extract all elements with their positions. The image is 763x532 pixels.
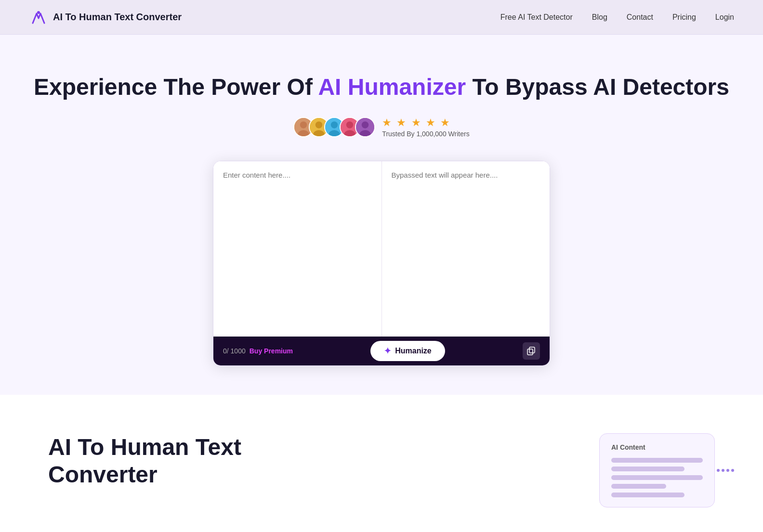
content-line-2 — [611, 467, 684, 471]
buy-premium-link[interactable]: Buy Premium — [250, 347, 293, 355]
bottom-visual: AI Content — [396, 433, 715, 507]
input-panel — [213, 161, 382, 337]
avatar-5 — [355, 117, 375, 137]
nav-pricing[interactable]: Pricing — [672, 13, 696, 22]
nav-blog[interactable]: Blog — [592, 13, 607, 22]
tool-footer: 0/ 1000 Buy Premium ✦ Humanize — [213, 337, 550, 365]
nav-login[interactable]: Login — [715, 13, 734, 22]
ai-content-label: AI Content — [611, 443, 703, 451]
dot-4 — [731, 469, 734, 472]
logo-icon — [29, 8, 48, 27]
content-line-3 — [611, 475, 703, 480]
copy-button[interactable] — [523, 342, 540, 360]
word-count: 0/ 1000 — [223, 347, 246, 355]
trusted-text: Trusted By 1,000,000 Writers — [382, 130, 469, 138]
svg-point-6 — [316, 121, 322, 128]
content-lines — [611, 458, 703, 497]
stars: ★ ★ ★ ★ ★ — [382, 117, 469, 129]
avatar-group — [293, 117, 375, 137]
humanize-button[interactable]: ✦ Humanize — [370, 341, 445, 361]
bottom-section: AI To Human Text Converter AI Content — [0, 395, 763, 527]
bottom-text: AI To Human Text Converter — [48, 433, 367, 489]
copy-icon — [527, 347, 536, 355]
nav-contact[interactable]: Contact — [627, 13, 653, 22]
hero-title-before: Experience The Power Of — [34, 74, 318, 100]
content-line-5 — [611, 493, 684, 497]
input-textarea[interactable] — [213, 161, 382, 335]
bottom-title-line1: AI To Human Text — [48, 434, 241, 460]
brand-title: AI To Human Text Converter — [53, 12, 182, 23]
dot-line — [717, 469, 734, 472]
svg-rect-18 — [529, 347, 535, 353]
hero-title: Experience The Power Of AI Humanizer To … — [19, 73, 744, 101]
output-textarea[interactable] — [382, 161, 550, 335]
dot-3 — [726, 469, 729, 472]
svg-rect-17 — [527, 349, 533, 355]
hero-section: Experience The Power Of AI Humanizer To … — [0, 35, 763, 395]
hero-title-after: To Bypass AI Detectors — [466, 74, 729, 100]
svg-point-1 — [37, 11, 40, 14]
svg-point-9 — [331, 121, 338, 128]
ai-content-card: AI Content — [599, 433, 715, 507]
navbar: AI To Human Text Converter Free AI Text … — [0, 0, 763, 35]
humanizer-tool: 0/ 1000 Buy Premium ✦ Humanize — [213, 161, 550, 366]
humanize-label: Humanize — [395, 347, 432, 355]
bottom-title-line2: Converter — [48, 462, 158, 487]
output-panel — [382, 161, 550, 337]
content-line-1 — [611, 458, 703, 463]
svg-point-3 — [300, 121, 307, 128]
brand: AI To Human Text Converter — [29, 8, 182, 27]
content-line-4 — [611, 484, 666, 489]
social-proof: ★ ★ ★ ★ ★ Trusted By 1,000,000 Writers — [19, 117, 744, 138]
nav-links: Free AI Text Detector Blog Contact Prici… — [500, 13, 734, 22]
svg-point-12 — [346, 121, 353, 128]
humanize-icon: ✦ — [384, 346, 391, 356]
social-proof-info: ★ ★ ★ ★ ★ Trusted By 1,000,000 Writers — [382, 117, 469, 138]
svg-point-15 — [362, 121, 368, 128]
footer-left: 0/ 1000 Buy Premium — [223, 347, 293, 355]
bottom-title: AI To Human Text Converter — [48, 433, 367, 489]
hero-title-highlight: AI Humanizer — [318, 74, 466, 100]
nav-free-ai-detector[interactable]: Free AI Text Detector — [500, 13, 573, 22]
dotted-arrow — [717, 469, 734, 472]
tool-panels — [213, 161, 550, 337]
dot-2 — [722, 469, 724, 472]
dot-1 — [717, 469, 720, 472]
